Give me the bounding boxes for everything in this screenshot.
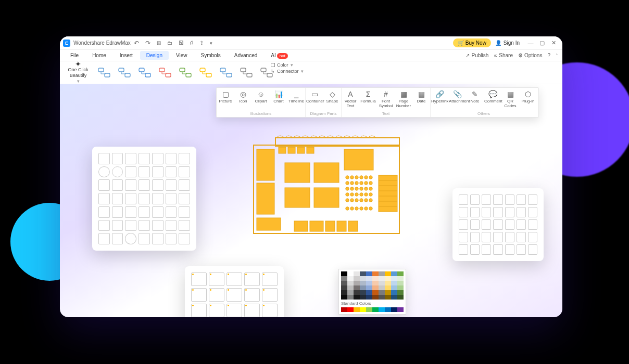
symbol[interactable] xyxy=(262,304,278,317)
symbol[interactable] xyxy=(528,244,537,255)
symbol[interactable] xyxy=(179,206,190,218)
symbol[interactable] xyxy=(459,232,468,242)
maximize-button[interactable]: ▢ xyxy=(536,40,548,46)
color-swatch[interactable] xyxy=(391,281,397,285)
symbol[interactable] xyxy=(227,272,242,286)
color-swatch[interactable] xyxy=(366,276,372,281)
sign-in-button[interactable]: 👤Sign In xyxy=(495,40,520,46)
symbol[interactable] xyxy=(517,244,526,255)
dimension-shapes-panel[interactable] xyxy=(185,266,284,317)
symbol[interactable] xyxy=(470,232,480,242)
symbol[interactable] xyxy=(139,220,150,231)
symbol[interactable] xyxy=(139,206,150,218)
color-swatch[interactable] xyxy=(372,295,379,300)
symbol[interactable] xyxy=(517,207,526,217)
color-swatch[interactable] xyxy=(391,285,397,290)
symbol[interactable] xyxy=(98,179,110,191)
color-swatch[interactable] xyxy=(366,295,372,300)
symbol[interactable] xyxy=(139,166,150,178)
color-swatch[interactable] xyxy=(379,281,385,285)
close-button[interactable]: ✕ xyxy=(548,40,559,46)
symbol[interactable] xyxy=(209,288,224,302)
color-picker-panel[interactable]: Standard Colors xyxy=(338,269,406,315)
canvas[interactable]: Standard Colors xyxy=(60,84,562,317)
color-swatch[interactable] xyxy=(379,290,385,295)
symbol[interactable] xyxy=(152,179,163,191)
theme-shape-7[interactable] xyxy=(237,66,255,80)
symbol[interactable] xyxy=(179,179,190,191)
symbol[interactable] xyxy=(517,194,526,205)
color-swatch[interactable] xyxy=(385,307,391,312)
save-button[interactable]: 🖫 xyxy=(175,39,187,47)
theme-shape-3[interactable] xyxy=(156,66,173,80)
color-swatch[interactable] xyxy=(397,271,404,276)
symbol[interactable] xyxy=(98,206,110,218)
color-swatch[interactable] xyxy=(366,271,372,276)
symbol[interactable] xyxy=(517,219,526,230)
menu-insert[interactable]: Insert xyxy=(114,51,139,60)
color-swatch[interactable] xyxy=(372,307,379,312)
color-swatch[interactable] xyxy=(385,271,391,276)
color-swatch[interactable] xyxy=(397,276,404,281)
color-swatch[interactable] xyxy=(372,285,379,290)
symbol[interactable] xyxy=(505,219,514,230)
symbol[interactable] xyxy=(139,153,150,164)
color-swatch[interactable] xyxy=(360,281,366,285)
color-swatch[interactable] xyxy=(360,285,366,290)
menu-symbols[interactable]: Symbols xyxy=(194,51,227,60)
color-swatch[interactable] xyxy=(354,290,360,295)
color-swatch[interactable] xyxy=(372,281,379,285)
color-swatch[interactable] xyxy=(360,271,366,276)
symbol[interactable] xyxy=(262,272,278,286)
new-button[interactable]: ⊞ xyxy=(154,39,164,47)
color-swatch[interactable] xyxy=(341,285,347,290)
color-swatch[interactable] xyxy=(347,281,354,285)
furniture-shapes-panel[interactable] xyxy=(92,147,196,251)
open-button[interactable]: 🗀 xyxy=(164,39,175,47)
symbol[interactable] xyxy=(505,244,514,255)
symbol[interactable] xyxy=(209,304,224,317)
color-swatch[interactable] xyxy=(385,295,391,300)
color-swatch[interactable] xyxy=(341,290,347,295)
redo-button[interactable]: ↷ xyxy=(142,38,154,48)
symbol[interactable] xyxy=(262,288,278,302)
symbol[interactable] xyxy=(166,206,177,218)
color-swatch[interactable] xyxy=(397,285,404,290)
menu-design[interactable]: Design xyxy=(140,51,169,60)
symbol[interactable] xyxy=(517,232,526,242)
symbol[interactable] xyxy=(125,233,136,244)
color-swatch[interactable] xyxy=(379,271,385,276)
color-swatch[interactable] xyxy=(347,307,354,312)
symbol[interactable] xyxy=(98,233,110,244)
color-swatch[interactable] xyxy=(360,276,366,281)
color-swatch[interactable] xyxy=(372,290,379,295)
symbol[interactable] xyxy=(112,233,123,244)
symbol[interactable] xyxy=(493,194,502,205)
symbol[interactable] xyxy=(482,194,491,205)
symbol[interactable] xyxy=(528,232,537,242)
symbol[interactable] xyxy=(139,193,150,204)
appliance-shapes-panel[interactable] xyxy=(452,188,544,261)
color-swatch[interactable] xyxy=(360,307,366,312)
menu-file[interactable]: File xyxy=(64,51,85,60)
share-button[interactable]: ∝ Share xyxy=(494,53,513,58)
symbol[interactable] xyxy=(244,272,260,286)
symbol[interactable] xyxy=(98,193,110,204)
color-swatch[interactable] xyxy=(347,271,354,276)
symbol[interactable] xyxy=(139,233,150,244)
symbol[interactable] xyxy=(459,219,468,230)
color-swatch[interactable] xyxy=(385,281,391,285)
symbol[interactable] xyxy=(179,220,190,231)
symbol[interactable] xyxy=(166,193,177,204)
symbol[interactable] xyxy=(528,219,537,230)
color-swatch[interactable] xyxy=(379,295,385,300)
symbol[interactable] xyxy=(482,219,491,230)
symbol[interactable] xyxy=(179,153,190,164)
symbol[interactable] xyxy=(459,244,468,255)
color-swatch[interactable] xyxy=(385,290,391,295)
print-button[interactable]: ⎙ xyxy=(187,39,196,47)
color-swatch[interactable] xyxy=(347,285,354,290)
color-swatch[interactable] xyxy=(366,290,372,295)
symbol[interactable] xyxy=(493,207,502,217)
symbol[interactable] xyxy=(505,207,514,217)
